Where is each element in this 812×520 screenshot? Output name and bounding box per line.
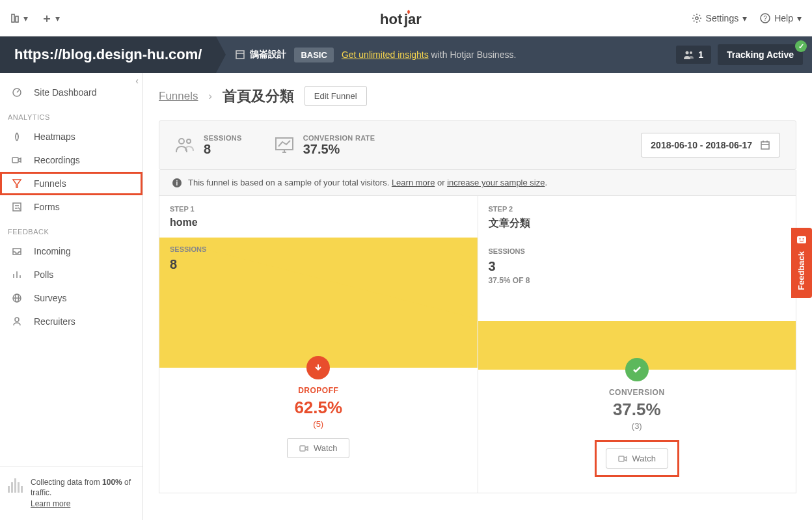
traffic-bars-icon bbox=[8, 477, 23, 493]
date-range-picker[interactable]: 2018-06-10 - 2018-06-17 bbox=[641, 133, 780, 157]
tracking-status[interactable]: Tracking Active ✓ bbox=[718, 44, 803, 65]
camera-icon bbox=[618, 455, 627, 463]
funnel-icon bbox=[12, 178, 23, 189]
camera-icon bbox=[12, 155, 23, 165]
info-bar: i This funnel is based on a sample of yo… bbox=[159, 170, 796, 196]
help-link[interactable]: ? Help ▾ bbox=[760, 13, 802, 23]
svg-point-9 bbox=[686, 51, 689, 55]
svg-text:i: i bbox=[176, 180, 178, 187]
funnel-grid: STEP 1 home SESSIONS 8 DROPOFF 62.5% (5) bbox=[159, 196, 796, 493]
analytics-section-label: ANALYTICS bbox=[0, 104, 142, 125]
sessions-metric: SESSIONS 8 bbox=[175, 134, 242, 157]
info-learn-more[interactable]: Learn more bbox=[392, 178, 435, 187]
plan-badge: BASIC bbox=[294, 48, 333, 62]
settings-label: Settings bbox=[706, 13, 739, 23]
svg-rect-1 bbox=[16, 16, 18, 22]
conversion-metric: CONVERSION RATE 37.5% bbox=[275, 134, 375, 157]
breadcrumb: Funnels › 首頁及分類 Edit Funnel bbox=[159, 86, 796, 106]
inbox-icon bbox=[12, 246, 23, 256]
calendar-icon bbox=[760, 140, 770, 150]
sidebar: ‹ Site Dashboard ANALYTICS Heatmaps Reco… bbox=[0, 73, 143, 520]
svg-rect-12 bbox=[12, 157, 18, 163]
user-icon bbox=[12, 316, 23, 327]
page-title: 首頁及分類 bbox=[223, 87, 294, 106]
svg-rect-7 bbox=[236, 51, 244, 59]
gauge-icon bbox=[12, 87, 23, 98]
feedback-tab[interactable]: Feedback bbox=[791, 228, 812, 298]
svg-rect-31 bbox=[797, 236, 806, 243]
globe-icon bbox=[12, 293, 23, 303]
svg-rect-0 bbox=[12, 14, 14, 22]
chevron-right-icon: › bbox=[208, 90, 211, 102]
svg-point-18 bbox=[179, 139, 184, 144]
add-menu[interactable]: ＋▾ bbox=[41, 10, 60, 26]
topbar: ▾ ＋▾ hot jar Settings ▾ ? Help ▾ bbox=[0, 0, 812, 36]
help-label: Help bbox=[774, 13, 793, 23]
svg-point-4 bbox=[696, 17, 698, 20]
info-increase-sample[interactable]: increase your sample size bbox=[447, 178, 545, 187]
watch-button-step2[interactable]: Watch bbox=[606, 448, 668, 469]
flame-icon bbox=[12, 131, 23, 142]
sidebar-item-funnels[interactable]: Funnels bbox=[0, 172, 142, 195]
sidebar-footer: Collecting data from 100% of traffic. Le… bbox=[0, 466, 142, 520]
learn-more-link[interactable]: Learn more bbox=[31, 499, 70, 508]
conversion-icon bbox=[625, 358, 649, 381]
chart-icon bbox=[275, 137, 294, 154]
svg-point-17 bbox=[15, 318, 19, 322]
svg-rect-21 bbox=[761, 142, 769, 149]
user-count[interactable]: 1 bbox=[676, 46, 711, 64]
watch-button-step1[interactable]: Watch bbox=[287, 438, 349, 458]
svg-marker-27 bbox=[159, 238, 478, 368]
feedback-section-label: FEEDBACK bbox=[0, 219, 142, 239]
users-icon bbox=[175, 137, 195, 154]
svg-rect-30 bbox=[619, 456, 624, 461]
info-icon: i bbox=[172, 178, 182, 187]
edit-funnel-button[interactable]: Edit Funnel bbox=[304, 86, 367, 106]
camera-icon bbox=[299, 445, 308, 452]
site-name-display: 鵠崙設計 bbox=[236, 49, 286, 61]
svg-text:jar: jar bbox=[403, 11, 422, 27]
svg-point-19 bbox=[187, 139, 191, 143]
site-url: https://blog.design-hu.com/ bbox=[0, 36, 216, 73]
smiley-icon bbox=[796, 236, 807, 246]
dropoff-icon bbox=[306, 356, 330, 379]
svg-text:hot: hot bbox=[380, 11, 403, 27]
sidebar-item-recruiters[interactable]: Recruiters bbox=[0, 310, 142, 333]
content: Funnels › 首頁及分類 Edit Funnel SESSIONS 8 bbox=[143, 73, 812, 520]
sidebar-item-surveys[interactable]: Surveys bbox=[0, 286, 142, 310]
sidebar-item-polls[interactable]: Polls bbox=[0, 263, 142, 286]
funnel-step-1: STEP 1 home SESSIONS 8 DROPOFF 62.5% (5) bbox=[159, 196, 478, 493]
svg-text:?: ? bbox=[763, 15, 767, 22]
metrics-bar: SESSIONS 8 CONVERSION RATE 37.5% 2018-06… bbox=[159, 120, 796, 170]
collapse-sidebar[interactable]: ‹ bbox=[135, 75, 139, 86]
logo: hot jar bbox=[380, 8, 432, 28]
sidebar-item-forms[interactable]: Forms bbox=[0, 195, 142, 219]
svg-point-10 bbox=[690, 51, 692, 54]
settings-link[interactable]: Settings ▾ bbox=[692, 13, 748, 23]
sidebar-item-heatmaps[interactable]: Heatmaps bbox=[0, 125, 142, 148]
site-header: https://blog.design-hu.com/ 鵠崙設計 BASIC G… bbox=[0, 36, 812, 73]
svg-rect-28 bbox=[300, 446, 305, 451]
breadcrumb-parent[interactable]: Funnels bbox=[159, 90, 198, 103]
check-icon: ✓ bbox=[795, 40, 807, 52]
funnel-step-2: STEP 2 文章分類 SESSIONS 3 37.5% OF 8 CONVER… bbox=[478, 196, 796, 493]
bar-chart-icon bbox=[12, 269, 23, 280]
upgrade-cta[interactable]: Get unlimited insights with Hotjar Busin… bbox=[342, 49, 516, 60]
form-icon bbox=[12, 202, 23, 212]
sidebar-item-incoming[interactable]: Incoming bbox=[0, 239, 142, 263]
sidebar-item-dashboard[interactable]: Site Dashboard bbox=[0, 81, 142, 104]
sidebar-item-recordings[interactable]: Recordings bbox=[0, 148, 142, 172]
org-switcher[interactable]: ▾ bbox=[10, 13, 28, 23]
